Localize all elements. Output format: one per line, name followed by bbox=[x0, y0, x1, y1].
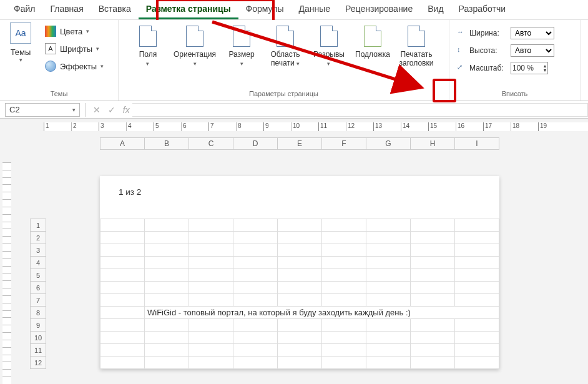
column-header[interactable]: C bbox=[189, 138, 233, 149]
cell[interactable] bbox=[189, 332, 233, 344]
cell[interactable] bbox=[455, 219, 499, 232]
cell[interactable]: WiFiGid - топовый портал, на который я б… bbox=[145, 307, 499, 319]
cell[interactable] bbox=[455, 294, 499, 307]
width-select[interactable]: Авто bbox=[511, 27, 554, 39]
cell[interactable] bbox=[100, 294, 145, 307]
cell[interactable] bbox=[189, 257, 233, 269]
background-button[interactable]: Подложка bbox=[351, 22, 394, 59]
height-select[interactable]: Авто bbox=[511, 44, 554, 57]
cell[interactable] bbox=[455, 332, 499, 344]
row-header[interactable]: 7 bbox=[31, 294, 46, 307]
cell[interactable] bbox=[278, 219, 322, 232]
print-titles-button[interactable]: Печатать заголовки bbox=[394, 22, 438, 67]
cell[interactable] bbox=[322, 257, 366, 269]
cell[interactable] bbox=[455, 357, 499, 369]
cell[interactable] bbox=[100, 219, 145, 232]
row-header[interactable]: 3 bbox=[31, 244, 46, 257]
cell[interactable] bbox=[278, 357, 322, 369]
scale-spinner[interactable]: 100 %▴▾ bbox=[511, 62, 548, 74]
cell[interactable] bbox=[233, 257, 278, 269]
cell[interactable] bbox=[322, 282, 366, 294]
spreadsheet-grid[interactable]: WiFiGid - топовый портал, на который я б… bbox=[100, 219, 499, 369]
cell[interactable] bbox=[455, 282, 499, 294]
row-header[interactable]: 11 bbox=[31, 344, 46, 357]
cell[interactable] bbox=[100, 357, 145, 369]
row-header[interactable]: 8 bbox=[31, 307, 46, 319]
cell[interactable] bbox=[278, 232, 322, 244]
cell[interactable] bbox=[100, 344, 145, 357]
cell[interactable] bbox=[411, 257, 455, 269]
cell[interactable] bbox=[189, 344, 233, 357]
cell[interactable] bbox=[366, 319, 411, 332]
tab-developer[interactable]: Разработчи bbox=[451, 0, 514, 19]
cell[interactable] bbox=[233, 269, 278, 282]
colors-button[interactable]: Цвета ▾ bbox=[42, 24, 106, 39]
cell[interactable] bbox=[322, 332, 366, 344]
cell[interactable] bbox=[145, 319, 189, 332]
name-box[interactable]: C2 ▾ bbox=[5, 103, 80, 117]
tab-formulas[interactable]: Формулы bbox=[238, 0, 292, 19]
row-header[interactable]: 1 bbox=[31, 219, 46, 232]
tab-file[interactable]: Файл bbox=[6, 0, 42, 19]
cell[interactable] bbox=[233, 282, 278, 294]
cell[interactable] bbox=[455, 269, 499, 282]
cell[interactable] bbox=[411, 219, 455, 232]
tab-insert[interactable]: Вставка bbox=[91, 0, 139, 19]
cell[interactable] bbox=[189, 294, 233, 307]
cell[interactable] bbox=[100, 282, 145, 294]
cell[interactable] bbox=[278, 257, 322, 269]
cell[interactable] bbox=[366, 332, 411, 344]
cell[interactable] bbox=[366, 357, 411, 369]
formula-input[interactable] bbox=[132, 103, 588, 117]
tab-page-layout[interactable]: Разметка страницы bbox=[139, 0, 238, 19]
cell[interactable] bbox=[233, 332, 278, 344]
cell[interactable] bbox=[455, 344, 499, 357]
cell[interactable] bbox=[366, 269, 411, 282]
cell[interactable] bbox=[278, 294, 322, 307]
cell[interactable] bbox=[322, 319, 366, 332]
cell[interactable] bbox=[233, 232, 278, 244]
cell[interactable] bbox=[189, 219, 233, 232]
cell[interactable] bbox=[145, 232, 189, 244]
cell[interactable] bbox=[322, 269, 366, 282]
cell[interactable] bbox=[145, 282, 189, 294]
cell[interactable] bbox=[100, 307, 145, 319]
cell[interactable] bbox=[145, 257, 189, 269]
fx-icon[interactable]: fx bbox=[120, 105, 132, 115]
cancel-icon[interactable]: ✕ bbox=[91, 105, 103, 115]
cell[interactable] bbox=[366, 244, 411, 257]
cell[interactable] bbox=[100, 319, 145, 332]
column-header[interactable]: E bbox=[278, 138, 322, 149]
tab-review[interactable]: Рецензирование bbox=[338, 0, 420, 19]
cell[interactable] bbox=[366, 219, 411, 232]
cell[interactable] bbox=[278, 344, 322, 357]
orientation-button[interactable]: Ориентация▾ bbox=[170, 22, 220, 68]
cell[interactable] bbox=[322, 294, 366, 307]
size-button[interactable]: Размер▾ bbox=[220, 22, 263, 68]
cell[interactable] bbox=[100, 257, 145, 269]
row-header[interactable]: 2 bbox=[31, 232, 46, 244]
cell[interactable] bbox=[100, 269, 145, 282]
cell[interactable] bbox=[233, 294, 278, 307]
cell[interactable] bbox=[189, 232, 233, 244]
cell[interactable] bbox=[233, 219, 278, 232]
cell[interactable] bbox=[366, 232, 411, 244]
cell[interactable] bbox=[411, 357, 455, 369]
cell[interactable] bbox=[233, 357, 278, 369]
breaks-button[interactable]: Разрывы▾ bbox=[307, 22, 351, 68]
cell[interactable] bbox=[145, 344, 189, 357]
cell[interactable] bbox=[189, 357, 233, 369]
row-header[interactable]: 6 bbox=[31, 282, 46, 294]
cell[interactable] bbox=[189, 269, 233, 282]
column-header[interactable]: F bbox=[322, 138, 366, 149]
cell[interactable] bbox=[278, 269, 322, 282]
margins-button[interactable]: Поля▾ bbox=[126, 22, 170, 68]
column-header[interactable]: D bbox=[233, 138, 278, 149]
tab-home[interactable]: Главная bbox=[42, 0, 91, 19]
cell[interactable] bbox=[455, 319, 499, 332]
cell[interactable] bbox=[366, 257, 411, 269]
cell[interactable] bbox=[322, 219, 366, 232]
cell[interactable] bbox=[455, 244, 499, 257]
cell[interactable] bbox=[100, 332, 145, 344]
fonts-button[interactable]: A Шрифты ▾ bbox=[42, 41, 106, 56]
